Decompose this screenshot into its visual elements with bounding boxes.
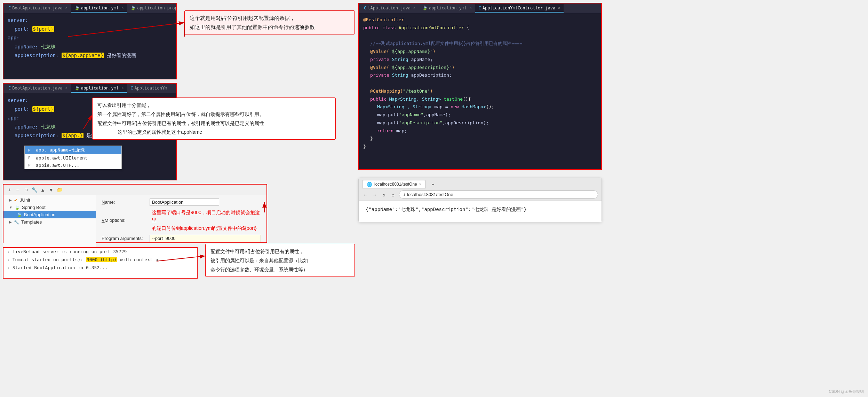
autocomplete-dropdown[interactable]: P app. appName=七龙珠 P apple.awt.UIElement… xyxy=(24,146,122,169)
refresh-button[interactable]: ↻ xyxy=(381,191,387,198)
yml-icon-2: 🍃 xyxy=(74,86,80,91)
r-line-5: @Value("${app.appName}") xyxy=(363,48,597,56)
r-line-2: public class ApplicationYmlController { xyxy=(363,24,597,32)
tree-item-bootapp[interactable]: 🍃 BootApplication xyxy=(3,211,96,218)
add-icon[interactable]: + xyxy=(6,187,13,193)
r-line-9 xyxy=(363,79,597,87)
r-line-3 xyxy=(363,32,597,40)
browser-content: {"appName":"七龙珠","appDescription":"七龙珠 是… xyxy=(359,201,602,222)
run-config-toolbar: + − ⊡ 🔧 ▲ ▼ 📁 xyxy=(3,185,266,195)
form-row-vm: VM options: 这里写了端口号是9000，项目启动的时候就会把这里的端口… xyxy=(102,209,261,232)
home-button[interactable]: ⌂ xyxy=(390,191,396,198)
close-icon-4[interactable]: × xyxy=(121,86,124,90)
csdn-watermark: CSDN @金鱼哥规则 xyxy=(829,389,864,394)
annotation-middle-right: 可以看出引用十分智能， 第一个属性写好了，第二个属性使用${}占位符，就自动提示… xyxy=(92,98,336,140)
yml-icon-1: 🍃 xyxy=(74,6,80,10)
down-icon[interactable]: ▼ xyxy=(48,187,54,193)
close-icon-r2[interactable]: × xyxy=(469,6,471,10)
console-line-2: : Tomcat started on port(s): 9000 (http)… xyxy=(3,256,197,264)
tab-appyml-ctrl[interactable]: C ApplicationYm xyxy=(127,84,170,93)
right-tab-bar: C tApplication.java × 🍃 application.yml … xyxy=(359,3,601,13)
tree-item-spring[interactable]: ▼ 🍃 Spring Boot xyxy=(3,204,96,211)
r-line-15: return map; xyxy=(363,127,597,135)
r-line-11: public Map<String, String> testOne(){ xyxy=(363,95,597,103)
r-line-16: } xyxy=(363,135,597,143)
r-line-1: @RestController xyxy=(363,16,597,24)
r-line-6: private String appName; xyxy=(363,56,597,64)
top-left-code-panel: C BootApplication.java × 🍃 application.y… xyxy=(3,3,177,79)
tab-application-yml-1[interactable]: 🍃 application.yml × xyxy=(71,4,127,13)
close-icon-2[interactable]: × xyxy=(121,6,124,10)
r-line-8: private String appDescription; xyxy=(363,71,597,79)
yml-icon-r: 🍃 xyxy=(422,6,428,10)
tab-tapp-java[interactable]: C tApplication.java × xyxy=(360,4,419,13)
java-icon-r2: C xyxy=(479,6,481,10)
tri-icon-junit: ▶ xyxy=(9,198,12,202)
top-left-code: server: port: ${port} app: appName: 七龙珠 … xyxy=(3,13,176,63)
java-icon-1: C xyxy=(8,6,11,10)
up-icon[interactable]: ▲ xyxy=(40,187,46,193)
r-line-17: } xyxy=(363,143,597,151)
plus-icon: + xyxy=(432,181,435,187)
tree-item-junit[interactable]: ▶ ✔ JUnit xyxy=(3,196,96,204)
browser-tab[interactable]: 🌐 localhost:8081/testOne × xyxy=(362,180,426,188)
browser-tab-bar: 🌐 localhost:8081/testOne × + xyxy=(362,180,598,188)
run-config-panel: + − ⊡ 🔧 ▲ ▼ 📁 ▶ ✔ JUnit ▼ 🍃 Spring Boot … xyxy=(3,184,267,243)
form-row-name: Name: xyxy=(102,198,261,206)
console-line-3: : Started BootApplication in 0.352... xyxy=(3,264,197,272)
settings-icon[interactable]: 🔧 xyxy=(31,187,38,193)
tri-icon-spring: ▼ xyxy=(9,205,13,209)
ac-item-3[interactable]: P appie.awt.UTF... xyxy=(25,162,121,169)
console-panel: : LiveReload server is running on port 3… xyxy=(3,247,198,279)
tab-boot-java-1[interactable]: C BootApplication.java × xyxy=(5,4,71,13)
url-bar[interactable]: ℹ localhost:8081/testOne xyxy=(399,190,598,198)
new-tab-button[interactable]: + xyxy=(427,180,439,188)
run-config-body: ▶ ✔ JUnit ▼ 🍃 Spring Boot 🍃 BootApplicat… xyxy=(3,195,266,248)
tree-item-templates[interactable]: ▶ 🔧 Templates xyxy=(3,218,96,226)
ac-icon-3: P xyxy=(28,163,33,168)
ac-item-1[interactable]: P app. appName=七龙珠 xyxy=(25,146,121,154)
run-form: Name: VM options: 这里写了端口号是9000，项目启动的时候就会… xyxy=(96,195,266,248)
annotation-bottom-right: 配置文件中可用${}占位符引用已有的属性， 被引用的属性可以是：来自其他配置源（… xyxy=(205,244,355,277)
name-input[interactable] xyxy=(150,198,219,206)
java-icon-r1: C xyxy=(364,6,366,10)
back-button[interactable]: ← xyxy=(362,191,368,198)
close-icon-r3[interactable]: × xyxy=(558,6,560,10)
code-line-1: server: xyxy=(8,16,172,25)
tab-application-yml-2[interactable]: 🍃 application.yml × xyxy=(71,84,127,93)
annotation-top-right: 这个就是用${}占位符引用起来配置源的数据，如这里的就是引用了其他配置源中的命令… xyxy=(184,10,355,34)
prop-icon-1: 🍃 xyxy=(130,6,136,10)
close-icon-r1[interactable]: × xyxy=(413,6,415,10)
tab-close-icon[interactable]: × xyxy=(419,182,421,186)
vm-annotation: 这里写了端口号是9000，项目启动的时候就会把这里的端口号传到applicati… xyxy=(152,209,261,232)
r-line-4: //==测试application.yml配置文件中用${}占位符引用已有的属性… xyxy=(363,40,597,48)
spring-icon: 🍃 xyxy=(15,205,20,210)
tri-icon-templates: ▶ xyxy=(9,220,12,224)
ac-icon-2: P xyxy=(28,156,33,160)
r-line-13: map.put("appName",appName); xyxy=(363,111,597,119)
program-input[interactable] xyxy=(150,235,261,242)
ac-item-2[interactable]: P apple.awt.UIElement xyxy=(25,154,121,162)
copy-icon[interactable]: ⊡ xyxy=(23,187,29,193)
tab-app-yml-r[interactable]: 🍃 application.yml × xyxy=(419,4,475,13)
junit-icon: ✔ xyxy=(14,197,18,203)
close-icon-1[interactable]: × xyxy=(65,6,67,10)
console-line-1: : LiveReload server is running on port 3… xyxy=(3,248,197,256)
tab-application-prop[interactable]: 🍃 application.prope xyxy=(127,4,177,13)
java-icon-2: C xyxy=(8,86,11,91)
code-line-4: appName: 七龙珠 xyxy=(8,42,172,51)
top-left-tab-bar: C BootApplication.java × 🍃 application.y… xyxy=(3,3,176,13)
folder-icon[interactable]: 📁 xyxy=(56,187,63,193)
forward-button[interactable]: → xyxy=(371,191,377,198)
remove-icon[interactable]: − xyxy=(15,187,21,193)
right-code-panel: C tApplication.java × 🍃 application.yml … xyxy=(358,3,602,170)
wrench-icon: 🔧 xyxy=(14,220,19,225)
tab-boot-java-2[interactable]: C BootApplication.java × xyxy=(5,84,71,93)
run-tree: ▶ ✔ JUnit ▼ 🍃 Spring Boot 🍃 BootApplicat… xyxy=(3,195,96,248)
close-icon-3[interactable]: × xyxy=(65,86,67,90)
tab-appyml-ctrl-r[interactable]: C ApplicationYmlController.java × xyxy=(475,4,564,13)
globe-icon: 🌐 xyxy=(367,182,372,187)
browser-nav: ← → ↻ ⌂ ℹ localhost:8081/testOne xyxy=(362,190,598,198)
code-line-5: appDescription: ${app.appName} 是好看的漫画 xyxy=(8,51,172,60)
code-line-3: app: xyxy=(8,33,172,42)
